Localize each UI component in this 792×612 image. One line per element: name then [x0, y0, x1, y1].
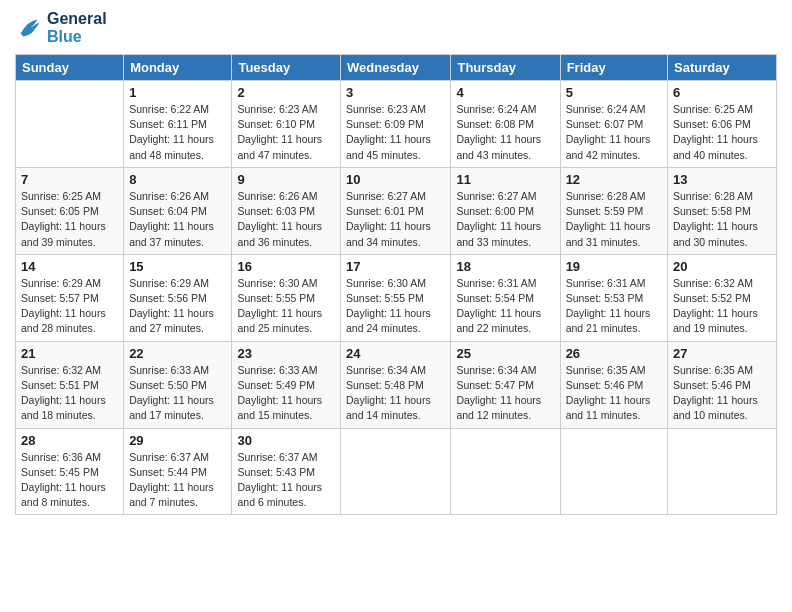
day-number: 11	[456, 172, 554, 187]
day-detail: Sunrise: 6:30 AM Sunset: 5:55 PM Dayligh…	[237, 276, 335, 337]
day-number: 27	[673, 346, 771, 361]
calendar-cell: 22 Sunrise: 6:33 AM Sunset: 5:50 PM Dayl…	[124, 341, 232, 428]
calendar-day-header: Thursday	[451, 55, 560, 81]
calendar-cell: 23 Sunrise: 6:33 AM Sunset: 5:49 PM Dayl…	[232, 341, 341, 428]
calendar-cell: 29 Sunrise: 6:37 AM Sunset: 5:44 PM Dayl…	[124, 428, 232, 515]
calendar-cell: 18 Sunrise: 6:31 AM Sunset: 5:54 PM Dayl…	[451, 254, 560, 341]
day-number: 13	[673, 172, 771, 187]
calendar-cell: 8 Sunrise: 6:26 AM Sunset: 6:04 PM Dayli…	[124, 167, 232, 254]
day-number: 20	[673, 259, 771, 274]
page-container: General Blue SundayMondayTuesdayWednesda…	[0, 0, 792, 525]
day-number: 16	[237, 259, 335, 274]
day-number: 8	[129, 172, 226, 187]
day-detail: Sunrise: 6:34 AM Sunset: 5:48 PM Dayligh…	[346, 363, 445, 424]
calendar-day-header: Tuesday	[232, 55, 341, 81]
calendar-week-row: 21 Sunrise: 6:32 AM Sunset: 5:51 PM Dayl…	[16, 341, 777, 428]
day-detail: Sunrise: 6:33 AM Sunset: 5:50 PM Dayligh…	[129, 363, 226, 424]
calendar-cell: 17 Sunrise: 6:30 AM Sunset: 5:55 PM Dayl…	[341, 254, 451, 341]
calendar-cell: 2 Sunrise: 6:23 AM Sunset: 6:10 PM Dayli…	[232, 81, 341, 168]
calendar-cell	[451, 428, 560, 515]
day-number: 26	[566, 346, 662, 361]
calendar-cell: 14 Sunrise: 6:29 AM Sunset: 5:57 PM Dayl…	[16, 254, 124, 341]
day-detail: Sunrise: 6:27 AM Sunset: 6:01 PM Dayligh…	[346, 189, 445, 250]
day-number: 19	[566, 259, 662, 274]
day-number: 9	[237, 172, 335, 187]
day-detail: Sunrise: 6:29 AM Sunset: 5:57 PM Dayligh…	[21, 276, 118, 337]
logo: General Blue	[15, 10, 107, 46]
calendar-cell: 1 Sunrise: 6:22 AM Sunset: 6:11 PM Dayli…	[124, 81, 232, 168]
calendar-cell: 10 Sunrise: 6:27 AM Sunset: 6:01 PM Dayl…	[341, 167, 451, 254]
day-detail: Sunrise: 6:32 AM Sunset: 5:51 PM Dayligh…	[21, 363, 118, 424]
calendar-day-header: Friday	[560, 55, 667, 81]
day-number: 15	[129, 259, 226, 274]
calendar-cell: 27 Sunrise: 6:35 AM Sunset: 5:46 PM Dayl…	[668, 341, 777, 428]
day-number: 21	[21, 346, 118, 361]
day-detail: Sunrise: 6:24 AM Sunset: 6:07 PM Dayligh…	[566, 102, 662, 163]
day-detail: Sunrise: 6:22 AM Sunset: 6:11 PM Dayligh…	[129, 102, 226, 163]
day-number: 5	[566, 85, 662, 100]
day-number: 22	[129, 346, 226, 361]
day-detail: Sunrise: 6:32 AM Sunset: 5:52 PM Dayligh…	[673, 276, 771, 337]
day-number: 29	[129, 433, 226, 448]
calendar-cell	[560, 428, 667, 515]
day-number: 24	[346, 346, 445, 361]
day-detail: Sunrise: 6:28 AM Sunset: 5:59 PM Dayligh…	[566, 189, 662, 250]
day-number: 18	[456, 259, 554, 274]
day-detail: Sunrise: 6:31 AM Sunset: 5:54 PM Dayligh…	[456, 276, 554, 337]
calendar-day-header: Wednesday	[341, 55, 451, 81]
day-detail: Sunrise: 6:33 AM Sunset: 5:49 PM Dayligh…	[237, 363, 335, 424]
calendar-cell: 13 Sunrise: 6:28 AM Sunset: 5:58 PM Dayl…	[668, 167, 777, 254]
calendar-cell: 4 Sunrise: 6:24 AM Sunset: 6:08 PM Dayli…	[451, 81, 560, 168]
calendar-cell: 3 Sunrise: 6:23 AM Sunset: 6:09 PM Dayli…	[341, 81, 451, 168]
day-number: 10	[346, 172, 445, 187]
calendar-cell: 16 Sunrise: 6:30 AM Sunset: 5:55 PM Dayl…	[232, 254, 341, 341]
calendar-cell: 28 Sunrise: 6:36 AM Sunset: 5:45 PM Dayl…	[16, 428, 124, 515]
calendar-week-row: 28 Sunrise: 6:36 AM Sunset: 5:45 PM Dayl…	[16, 428, 777, 515]
day-number: 25	[456, 346, 554, 361]
calendar-cell: 26 Sunrise: 6:35 AM Sunset: 5:46 PM Dayl…	[560, 341, 667, 428]
calendar-table: SundayMondayTuesdayWednesdayThursdayFrid…	[15, 54, 777, 515]
day-detail: Sunrise: 6:30 AM Sunset: 5:55 PM Dayligh…	[346, 276, 445, 337]
day-number: 6	[673, 85, 771, 100]
day-number: 4	[456, 85, 554, 100]
calendar-cell	[16, 81, 124, 168]
calendar-cell	[341, 428, 451, 515]
calendar-cell: 12 Sunrise: 6:28 AM Sunset: 5:59 PM Dayl…	[560, 167, 667, 254]
calendar-cell: 21 Sunrise: 6:32 AM Sunset: 5:51 PM Dayl…	[16, 341, 124, 428]
day-detail: Sunrise: 6:26 AM Sunset: 6:04 PM Dayligh…	[129, 189, 226, 250]
day-detail: Sunrise: 6:36 AM Sunset: 5:45 PM Dayligh…	[21, 450, 118, 511]
day-detail: Sunrise: 6:35 AM Sunset: 5:46 PM Dayligh…	[566, 363, 662, 424]
day-number: 30	[237, 433, 335, 448]
day-number: 23	[237, 346, 335, 361]
calendar-week-row: 7 Sunrise: 6:25 AM Sunset: 6:05 PM Dayli…	[16, 167, 777, 254]
calendar-week-row: 14 Sunrise: 6:29 AM Sunset: 5:57 PM Dayl…	[16, 254, 777, 341]
day-number: 7	[21, 172, 118, 187]
day-detail: Sunrise: 6:24 AM Sunset: 6:08 PM Dayligh…	[456, 102, 554, 163]
header: General Blue	[15, 10, 777, 46]
calendar-cell: 20 Sunrise: 6:32 AM Sunset: 5:52 PM Dayl…	[668, 254, 777, 341]
calendar-cell: 5 Sunrise: 6:24 AM Sunset: 6:07 PM Dayli…	[560, 81, 667, 168]
day-detail: Sunrise: 6:25 AM Sunset: 6:06 PM Dayligh…	[673, 102, 771, 163]
day-detail: Sunrise: 6:35 AM Sunset: 5:46 PM Dayligh…	[673, 363, 771, 424]
calendar-day-header: Monday	[124, 55, 232, 81]
calendar-cell: 15 Sunrise: 6:29 AM Sunset: 5:56 PM Dayl…	[124, 254, 232, 341]
calendar-cell: 30 Sunrise: 6:37 AM Sunset: 5:43 PM Dayl…	[232, 428, 341, 515]
day-detail: Sunrise: 6:37 AM Sunset: 5:43 PM Dayligh…	[237, 450, 335, 511]
day-detail: Sunrise: 6:23 AM Sunset: 6:10 PM Dayligh…	[237, 102, 335, 163]
day-detail: Sunrise: 6:27 AM Sunset: 6:00 PM Dayligh…	[456, 189, 554, 250]
day-number: 3	[346, 85, 445, 100]
logo-icon	[15, 14, 43, 42]
day-number: 12	[566, 172, 662, 187]
calendar-cell	[668, 428, 777, 515]
calendar-cell: 25 Sunrise: 6:34 AM Sunset: 5:47 PM Dayl…	[451, 341, 560, 428]
day-detail: Sunrise: 6:29 AM Sunset: 5:56 PM Dayligh…	[129, 276, 226, 337]
logo-text: General Blue	[47, 10, 107, 46]
day-detail: Sunrise: 6:31 AM Sunset: 5:53 PM Dayligh…	[566, 276, 662, 337]
calendar-day-header: Sunday	[16, 55, 124, 81]
day-detail: Sunrise: 6:34 AM Sunset: 5:47 PM Dayligh…	[456, 363, 554, 424]
calendar-header-row: SundayMondayTuesdayWednesdayThursdayFrid…	[16, 55, 777, 81]
day-number: 2	[237, 85, 335, 100]
calendar-week-row: 1 Sunrise: 6:22 AM Sunset: 6:11 PM Dayli…	[16, 81, 777, 168]
day-number: 17	[346, 259, 445, 274]
calendar-cell: 9 Sunrise: 6:26 AM Sunset: 6:03 PM Dayli…	[232, 167, 341, 254]
